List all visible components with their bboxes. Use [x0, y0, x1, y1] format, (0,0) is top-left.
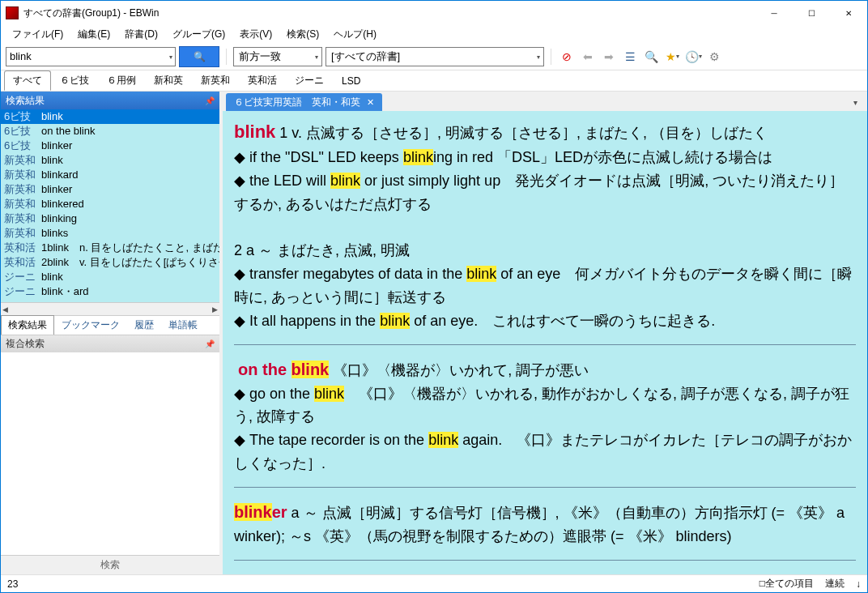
tab-results[interactable]: 検索結果 — [1, 315, 54, 335]
right-pane: ６ビ技実用英語 英和・和英 ✕ ▾ blink 1 v. 点滅する［させる］, … — [223, 92, 867, 574]
dict-tab-row: すべて ６ビ技 ６用例 新和英 新英和 英和活 ジーニ LSD — [1, 70, 867, 92]
search-history-dropdown-icon[interactable]: ▾ — [169, 53, 172, 60]
content-tab[interactable]: ６ビ技実用英語 英和・和英 ✕ — [226, 93, 382, 112]
result-row[interactable]: 6ビ技blinker — [1, 139, 219, 153]
maximize-button[interactable]: ☐ — [793, 1, 830, 25]
result-word: blinker — [41, 182, 72, 197]
headword: on the blink — [238, 360, 329, 378]
toolbar: ▾ 🔍 前方一致 ▾ [すべての辞書] ▾ ⊘ ⬅ ➡ ☰ 🔍 ★▾ 🕓▾ ⚙ — [1, 43, 867, 70]
tab-history[interactable]: 履歴 — [127, 315, 161, 335]
example-text: ◆ The tape recorder is on the — [234, 432, 428, 448]
search-input[interactable] — [6, 47, 176, 66]
composite-search-label: 複合検索 — [6, 337, 45, 351]
back-icon[interactable]: ⬅ — [579, 48, 597, 66]
dict-tab[interactable]: 新和英 — [145, 70, 192, 91]
result-word: blinkard — [41, 168, 79, 182]
status-allitems[interactable]: □全ての項目 — [760, 577, 814, 591]
menu-edit[interactable]: 編集(E) — [71, 26, 117, 43]
status-count: 23 — [7, 578, 18, 590]
menu-view[interactable]: 表示(V) — [233, 26, 279, 43]
dict-tab[interactable]: ジーニ — [286, 70, 333, 91]
headword: blink — [234, 122, 275, 142]
result-row[interactable]: 新英和blinking — [1, 211, 219, 226]
statusbar: 23 □全ての項目 連続 ↓ — [1, 574, 867, 592]
tab-bookmark[interactable]: ブックマーク — [54, 315, 127, 335]
history-icon[interactable]: 🕓▾ — [684, 48, 702, 66]
example-text: ◆ if the "DSL" LED keeps — [234, 149, 403, 165]
settings-icon[interactable]: ⚙ — [705, 48, 723, 66]
close-button[interactable]: ✕ — [830, 1, 867, 25]
results-header-label: 検索結果 — [6, 94, 45, 108]
result-row[interactable]: 新英和blinker — [1, 182, 219, 197]
left-pane: 検索結果 📌 6ビ技blink6ビ技on the blink6ビ技blinker… — [1, 92, 223, 574]
dict-scope-combo[interactable]: [すべての辞書] ▾ — [326, 47, 544, 66]
content-tab-label: ６ビ技実用英語 英和・和英 — [234, 96, 360, 109]
divider — [234, 487, 856, 488]
tab-wordbook[interactable]: 単語帳 — [161, 315, 205, 335]
menu-dict[interactable]: 辞書(D) — [118, 26, 164, 43]
match-mode-label: 前方一致 — [239, 49, 281, 64]
results-list[interactable]: 6ビ技blink6ビ技on the blink6ビ技blinker新英和blin… — [1, 109, 219, 302]
zoom-icon[interactable]: 🔍 — [642, 48, 660, 66]
forward-icon[interactable]: ➡ — [600, 48, 618, 66]
dict-tab[interactable]: 英和活 — [239, 70, 286, 91]
highlight: blink — [403, 149, 433, 165]
left-footer-label: 検索 — [100, 558, 120, 572]
dict-tab[interactable]: 新英和 — [192, 70, 239, 91]
result-source: 新英和 — [4, 168, 41, 182]
definition-text: a ～ 点滅［明滅］する信号灯［信号機］, 《米》（自動車の）方向指示灯 (= … — [234, 505, 845, 544]
close-tab-icon[interactable]: ✕ — [367, 97, 374, 108]
divider — [234, 560, 856, 561]
star-icon[interactable]: ★▾ — [663, 48, 681, 66]
tab-overflow-icon[interactable]: ▾ — [847, 98, 864, 107]
result-row[interactable]: 6ビ技on the blink — [1, 124, 219, 139]
window-title: すべての辞書(Group1) - EBWin — [23, 6, 755, 20]
match-mode-combo[interactable]: 前方一致 ▾ — [233, 47, 322, 66]
example-text: ◆ go on the — [234, 386, 314, 402]
horizontal-scrollbar[interactable]: ◀ ▶ — [1, 302, 219, 315]
left-footer-search-button[interactable]: 検索 — [1, 555, 219, 574]
result-row[interactable]: ジーニblink・ard — [1, 284, 219, 299]
result-source: 6ビ技 — [4, 109, 41, 124]
dict-tab[interactable]: ６ビ技 — [51, 70, 98, 91]
result-row[interactable]: 新英和blinkered — [1, 197, 219, 211]
headword: blinker — [234, 503, 287, 521]
result-word: 2blink v. 目をしばたたく[ぱちくりさせ — [41, 255, 219, 270]
result-source: ジーニ — [4, 270, 41, 284]
result-row[interactable]: 新英和blinkard — [1, 168, 219, 182]
search-button[interactable]: 🔍 — [179, 46, 219, 67]
menu-group[interactable]: グループ(G) — [166, 26, 232, 43]
result-word: blink・ard — [41, 284, 89, 299]
stop-icon[interactable]: ⊘ — [558, 48, 576, 66]
result-word: blink — [41, 153, 63, 168]
result-row[interactable]: 新英和blinks — [1, 226, 219, 241]
list-icon[interactable]: ☰ — [621, 48, 639, 66]
result-source: ジーニ — [4, 284, 41, 299]
menu-file[interactable]: ファイル(F) — [6, 26, 70, 43]
menu-search[interactable]: 検索(S) — [280, 26, 326, 43]
composite-search-header: 複合検索 📌 — [1, 335, 219, 352]
content-tab-bar: ６ビ技実用英語 英和・和英 ✕ ▾ — [223, 92, 867, 111]
dict-tab[interactable]: ６用例 — [98, 70, 145, 91]
left-pane-tabs: 検索結果 ブックマーク 履歴 単語帳 — [1, 315, 219, 335]
result-row[interactable]: 英和活1blink n. 目をしばたたくこと, まばたき — [1, 241, 219, 255]
status-arrow-icon[interactable]: ↓ — [856, 578, 861, 590]
dict-tab-all[interactable]: すべて — [4, 70, 51, 91]
content-view[interactable]: blink 1 v. 点滅する［させる］, 明滅する［させる］, まばたく, （… — [223, 111, 867, 574]
result-row[interactable]: ジーニblink — [1, 270, 219, 284]
pin-icon[interactable]: 📌 — [205, 96, 215, 105]
menu-help[interactable]: ヘルプ(H) — [327, 26, 383, 43]
result-row[interactable]: 英和活2blink v. 目をしばたたく[ぱちくりさせ — [1, 255, 219, 270]
highlight: blink — [330, 173, 360, 189]
search-icon: 🔍 — [194, 51, 206, 62]
dict-tab[interactable]: LSD — [333, 72, 369, 90]
status-continuous[interactable]: 連続 — [825, 577, 845, 591]
result-row[interactable]: 新英和blink — [1, 153, 219, 168]
pin-icon[interactable]: 📌 — [205, 339, 215, 348]
results-header: 検索結果 📌 — [1, 92, 219, 109]
result-row[interactable]: 6ビ技blink — [1, 109, 219, 124]
result-source: 6ビ技 — [4, 124, 41, 139]
minimize-button[interactable]: ─ — [755, 1, 793, 25]
result-source: 新英和 — [4, 182, 41, 197]
result-source: 英和活 — [4, 255, 41, 270]
